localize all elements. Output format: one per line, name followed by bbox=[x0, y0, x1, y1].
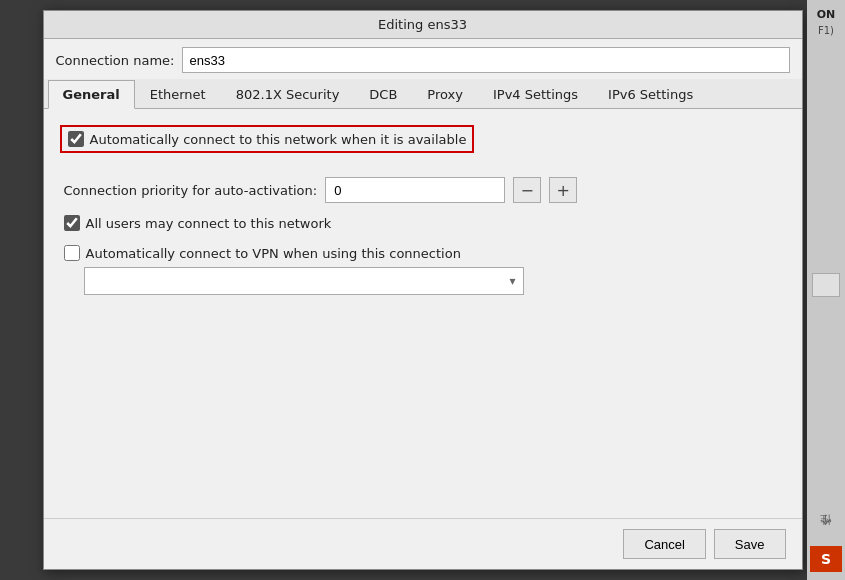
tab-ipv6-settings[interactable]: IPv6 Settings bbox=[593, 80, 708, 109]
vpn-connect-label: Automatically connect to VPN when using … bbox=[86, 246, 461, 261]
side-on-label: ON bbox=[817, 8, 836, 21]
editing-dialog: Editing ens33 Connection name: General E… bbox=[43, 10, 803, 570]
tab-ipv4-settings[interactable]: IPv4 Settings bbox=[478, 80, 593, 109]
vpn-connect-checkbox[interactable] bbox=[64, 245, 80, 261]
priority-input[interactable] bbox=[325, 177, 505, 203]
vpn-dropdown[interactable] bbox=[84, 267, 524, 295]
shopware-badge: S bbox=[810, 546, 842, 572]
tab-general[interactable]: General bbox=[48, 80, 135, 109]
cancel-button[interactable]: Cancel bbox=[623, 529, 705, 559]
save-button[interactable]: Save bbox=[714, 529, 786, 559]
side-panel-btn[interactable] bbox=[812, 273, 840, 297]
vpn-dropdown-row bbox=[84, 267, 786, 295]
vpn-connect-row: Automatically connect to VPN when using … bbox=[64, 245, 786, 261]
dialog-titlebar: Editing ens33 bbox=[44, 11, 802, 39]
priority-increment-button[interactable]: + bbox=[549, 177, 577, 203]
tabs-bar: General Ethernet 802.1X Security DCB Pro… bbox=[44, 79, 802, 109]
tab-content-general: Automatically connect to this network wh… bbox=[44, 109, 802, 518]
dialog-footer: Cancel Save bbox=[44, 518, 802, 569]
all-users-checkbox[interactable] bbox=[64, 215, 80, 231]
priority-label: Connection priority for auto-activation: bbox=[64, 183, 318, 198]
tab-dcb[interactable]: DCB bbox=[354, 80, 412, 109]
priority-decrement-button[interactable]: − bbox=[513, 177, 541, 203]
all-users-label: All users may connect to this network bbox=[86, 216, 332, 231]
connection-name-input[interactable] bbox=[182, 47, 789, 73]
tab-802-1x-security[interactable]: 802.1X Security bbox=[221, 80, 355, 109]
auto-connect-row: Automatically connect to this network wh… bbox=[60, 125, 475, 153]
tab-proxy[interactable]: Proxy bbox=[412, 80, 478, 109]
connection-name-row: Connection name: bbox=[44, 39, 802, 79]
side-f1-label: F1) bbox=[818, 25, 834, 36]
priority-row: Connection priority for auto-activation:… bbox=[64, 177, 786, 203]
all-users-row: All users may connect to this network bbox=[64, 215, 786, 231]
connection-name-label: Connection name: bbox=[56, 53, 175, 68]
tab-ethernet[interactable]: Ethernet bbox=[135, 80, 221, 109]
auto-connect-label: Automatically connect to this network wh… bbox=[90, 132, 467, 147]
auto-connect-checkbox[interactable] bbox=[68, 131, 84, 147]
vpn-dropdown-wrapper bbox=[84, 267, 524, 295]
dialog-title: Editing ens33 bbox=[378, 17, 467, 32]
